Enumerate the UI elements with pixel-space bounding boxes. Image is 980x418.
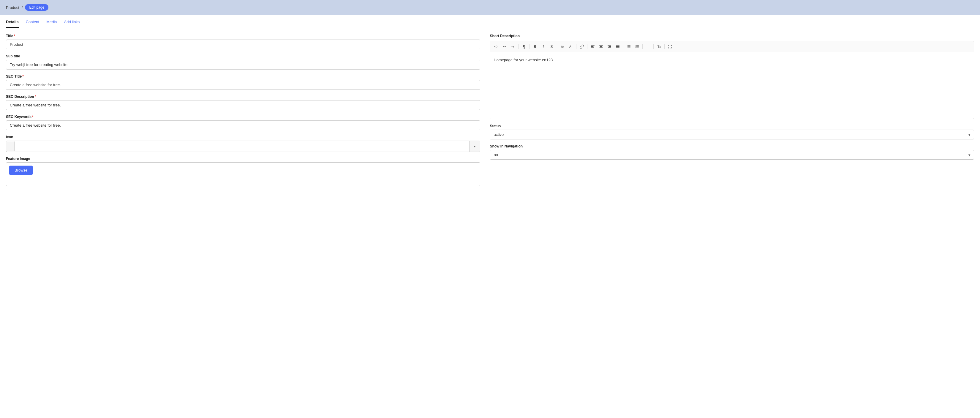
toolbar-sep-8 [653, 44, 654, 49]
toolbar-redo-btn[interactable]: ↪ [509, 43, 517, 51]
toolbar-hr-btn[interactable]: — [644, 43, 652, 51]
icon-field-group: Icon ▾ [6, 135, 480, 152]
toolbar-list-ordered-btn[interactable]: 1.2.3. [633, 43, 641, 51]
toolbar-align-justify-btn[interactable] [614, 43, 622, 51]
show-nav-select-wrapper: no yes [490, 150, 974, 160]
seo-desc-field-group: SEO Description* [6, 94, 480, 110]
title-input[interactable] [6, 40, 480, 49]
short-desc-field-group: Short Description <> ↩ ↪ ¶ B I S A↑ A↓ [490, 34, 974, 119]
svg-rect-21 [636, 46, 639, 47]
feature-image-label: Feature Image [6, 157, 480, 161]
editor-body[interactable]: Homepage for your website en123 [490, 54, 974, 119]
seo-title-label: SEO Title* [6, 74, 480, 78]
browse-button[interactable]: Browse [9, 166, 33, 175]
status-select[interactable]: active inactive [490, 129, 974, 139]
left-panel: Title* Sub title SEO Title* SEO Descript… [6, 34, 480, 186]
subtitle-label: Sub title [6, 54, 480, 58]
breadcrumb-separator: / [22, 5, 23, 10]
toolbar-code-btn[interactable]: <> [492, 43, 500, 51]
title-label: Title* [6, 34, 480, 38]
show-nav-select[interactable]: no yes [490, 150, 974, 160]
toolbar-clear-format-btn[interactable]: Tx [655, 43, 663, 51]
toolbar-strike-btn[interactable]: S [547, 43, 555, 51]
seo-title-input[interactable] [6, 80, 480, 90]
icon-preview [6, 142, 14, 151]
toolbar-paragraph-btn[interactable]: ¶ [520, 43, 528, 51]
seo-keywords-field-group: SEO Keywords* [6, 115, 480, 130]
toolbar-sep-9 [664, 44, 665, 49]
toolbar-sep-7 [642, 44, 643, 49]
breadcrumb-product: Product [6, 5, 19, 10]
seo-title-field-group: SEO Title* [6, 74, 480, 90]
show-nav-label: Show in Navigation [490, 144, 974, 148]
toolbar-superscript-btn[interactable]: A↑ [558, 43, 566, 51]
svg-rect-1 [591, 46, 593, 47]
tab-media[interactable]: Media [46, 20, 57, 28]
toolbar-align-left-btn[interactable] [589, 43, 597, 51]
svg-rect-5 [600, 47, 603, 48]
svg-rect-11 [616, 47, 620, 48]
icon-input-wrapper: ▾ [6, 140, 480, 152]
icon-dropdown-button[interactable]: ▾ [469, 141, 480, 152]
main-content: Title* Sub title SEO Title* SEO Descript… [0, 34, 980, 192]
svg-point-16 [627, 48, 627, 48]
toolbar-align-center-btn[interactable] [597, 43, 605, 51]
svg-point-12 [627, 45, 627, 46]
svg-rect-2 [591, 47, 595, 48]
subtitle-input[interactable] [6, 60, 480, 70]
svg-rect-15 [628, 46, 630, 47]
icon-text-input[interactable] [14, 142, 469, 151]
tabs-bar: Details Content Media Add links [0, 15, 980, 28]
svg-rect-13 [628, 45, 630, 46]
svg-point-14 [627, 46, 627, 47]
seo-keywords-input[interactable] [6, 120, 480, 130]
title-field-group: Title* [6, 34, 480, 49]
toolbar-fullscreen-btn[interactable] [666, 43, 674, 51]
svg-rect-10 [616, 46, 620, 47]
seo-desc-label: SEO Description* [6, 94, 480, 99]
toolbar-sep-1 [518, 44, 519, 49]
editor-toolbar: <> ↩ ↪ ¶ B I S A↑ A↓ [490, 41, 974, 52]
tab-details[interactable]: Details [6, 20, 19, 28]
subtitle-field-group: Sub title [6, 54, 480, 70]
toolbar-sep-2 [529, 44, 530, 49]
toolbar-sep-5 [587, 44, 587, 49]
header-bar: Product / Edit page [0, 0, 980, 15]
status-label: Status [490, 124, 974, 128]
feature-image-field-group: Feature Image Browse [6, 157, 480, 186]
svg-text:3.: 3. [635, 47, 636, 48]
toolbar-subscript-btn[interactable]: A↓ [567, 43, 574, 51]
svg-rect-17 [628, 48, 630, 48]
status-field-group: Status active inactive [490, 124, 974, 139]
svg-rect-7 [609, 46, 611, 47]
icon-label: Icon [6, 135, 480, 139]
toolbar-italic-btn[interactable]: I [539, 43, 547, 51]
show-nav-field-group: Show in Navigation no yes [490, 144, 974, 160]
seo-keywords-label: SEO Keywords* [6, 115, 480, 119]
short-desc-label: Short Description [490, 34, 974, 38]
tab-add-links[interactable]: Add links [64, 20, 80, 28]
toolbar-list-unordered-btn[interactable] [625, 43, 633, 51]
edit-page-button[interactable]: Edit page [25, 4, 48, 11]
toolbar-align-right-btn[interactable] [606, 43, 613, 51]
toolbar-bold-btn[interactable]: B [531, 43, 539, 51]
right-panel: Short Description <> ↩ ↪ ¶ B I S A↑ A↓ [490, 34, 974, 186]
toolbar-link-btn[interactable] [578, 43, 585, 51]
svg-rect-19 [636, 45, 639, 46]
toolbar-undo-btn[interactable]: ↩ [501, 43, 508, 51]
svg-rect-4 [600, 46, 602, 47]
seo-desc-input[interactable] [6, 100, 480, 110]
feature-image-area: Browse [6, 162, 480, 186]
status-select-wrapper: active inactive [490, 129, 974, 139]
svg-rect-23 [636, 48, 639, 48]
svg-rect-8 [608, 47, 611, 48]
toolbar-sep-4 [576, 44, 576, 49]
tab-content[interactable]: Content [26, 20, 40, 28]
